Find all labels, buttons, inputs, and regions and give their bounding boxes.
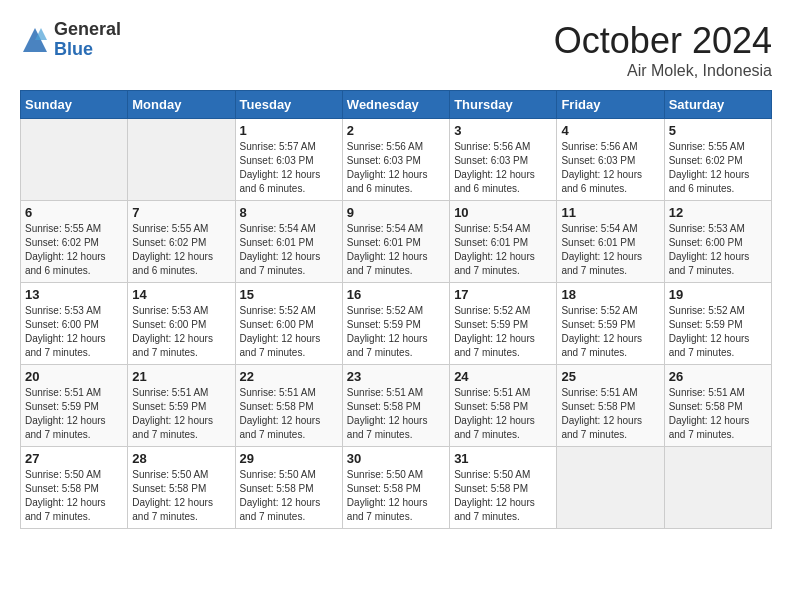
col-header-wednesday: Wednesday [342,91,449,119]
calendar-cell [557,447,664,529]
day-number: 15 [240,287,338,302]
calendar-cell [128,119,235,201]
page-header: General Blue October 2024 Air Molek, Ind… [20,20,772,80]
day-number: 29 [240,451,338,466]
calendar-cell [664,447,771,529]
day-info: Sunrise: 5:56 AM Sunset: 6:03 PM Dayligh… [347,140,445,196]
calendar-row: 13Sunrise: 5:53 AM Sunset: 6:00 PM Dayli… [21,283,772,365]
calendar-cell: 23Sunrise: 5:51 AM Sunset: 5:58 PM Dayli… [342,365,449,447]
day-number: 28 [132,451,230,466]
day-info: Sunrise: 5:50 AM Sunset: 5:58 PM Dayligh… [347,468,445,524]
logo-general: General [54,20,121,40]
logo: General Blue [20,20,121,60]
day-info: Sunrise: 5:55 AM Sunset: 6:02 PM Dayligh… [132,222,230,278]
day-number: 13 [25,287,123,302]
calendar-cell: 16Sunrise: 5:52 AM Sunset: 5:59 PM Dayli… [342,283,449,365]
calendar-cell: 20Sunrise: 5:51 AM Sunset: 5:59 PM Dayli… [21,365,128,447]
calendar-row: 20Sunrise: 5:51 AM Sunset: 5:59 PM Dayli… [21,365,772,447]
calendar-cell: 22Sunrise: 5:51 AM Sunset: 5:58 PM Dayli… [235,365,342,447]
calendar-table: SundayMondayTuesdayWednesdayThursdayFrid… [20,90,772,529]
day-info: Sunrise: 5:51 AM Sunset: 5:58 PM Dayligh… [561,386,659,442]
calendar-cell: 3Sunrise: 5:56 AM Sunset: 6:03 PM Daylig… [450,119,557,201]
title-block: October 2024 Air Molek, Indonesia [554,20,772,80]
calendar-cell: 7Sunrise: 5:55 AM Sunset: 6:02 PM Daylig… [128,201,235,283]
calendar-cell: 9Sunrise: 5:54 AM Sunset: 6:01 PM Daylig… [342,201,449,283]
day-number: 10 [454,205,552,220]
day-number: 8 [240,205,338,220]
day-number: 14 [132,287,230,302]
day-number: 16 [347,287,445,302]
calendar-cell: 25Sunrise: 5:51 AM Sunset: 5:58 PM Dayli… [557,365,664,447]
calendar-cell: 14Sunrise: 5:53 AM Sunset: 6:00 PM Dayli… [128,283,235,365]
day-number: 4 [561,123,659,138]
day-number: 9 [347,205,445,220]
day-info: Sunrise: 5:51 AM Sunset: 5:59 PM Dayligh… [25,386,123,442]
day-number: 17 [454,287,552,302]
calendar-cell: 29Sunrise: 5:50 AM Sunset: 5:58 PM Dayli… [235,447,342,529]
calendar-cell: 15Sunrise: 5:52 AM Sunset: 6:00 PM Dayli… [235,283,342,365]
calendar-cell: 6Sunrise: 5:55 AM Sunset: 6:02 PM Daylig… [21,201,128,283]
col-header-monday: Monday [128,91,235,119]
logo-icon [20,25,50,55]
day-info: Sunrise: 5:54 AM Sunset: 6:01 PM Dayligh… [347,222,445,278]
day-info: Sunrise: 5:50 AM Sunset: 5:58 PM Dayligh… [240,468,338,524]
calendar-row: 6Sunrise: 5:55 AM Sunset: 6:02 PM Daylig… [21,201,772,283]
calendar-cell: 18Sunrise: 5:52 AM Sunset: 5:59 PM Dayli… [557,283,664,365]
day-number: 1 [240,123,338,138]
day-info: Sunrise: 5:54 AM Sunset: 6:01 PM Dayligh… [561,222,659,278]
calendar-cell: 31Sunrise: 5:50 AM Sunset: 5:58 PM Dayli… [450,447,557,529]
day-info: Sunrise: 5:51 AM Sunset: 5:59 PM Dayligh… [132,386,230,442]
day-info: Sunrise: 5:54 AM Sunset: 6:01 PM Dayligh… [240,222,338,278]
day-info: Sunrise: 5:50 AM Sunset: 5:58 PM Dayligh… [454,468,552,524]
day-number: 24 [454,369,552,384]
calendar-cell: 11Sunrise: 5:54 AM Sunset: 6:01 PM Dayli… [557,201,664,283]
day-info: Sunrise: 5:55 AM Sunset: 6:02 PM Dayligh… [669,140,767,196]
day-number: 23 [347,369,445,384]
day-number: 20 [25,369,123,384]
day-number: 21 [132,369,230,384]
day-info: Sunrise: 5:51 AM Sunset: 5:58 PM Dayligh… [454,386,552,442]
day-number: 19 [669,287,767,302]
calendar-cell: 10Sunrise: 5:54 AM Sunset: 6:01 PM Dayli… [450,201,557,283]
calendar-body: 1Sunrise: 5:57 AM Sunset: 6:03 PM Daylig… [21,119,772,529]
day-info: Sunrise: 5:52 AM Sunset: 5:59 PM Dayligh… [561,304,659,360]
day-number: 27 [25,451,123,466]
day-number: 7 [132,205,230,220]
day-info: Sunrise: 5:56 AM Sunset: 6:03 PM Dayligh… [454,140,552,196]
day-info: Sunrise: 5:53 AM Sunset: 6:00 PM Dayligh… [132,304,230,360]
day-number: 6 [25,205,123,220]
day-info: Sunrise: 5:53 AM Sunset: 6:00 PM Dayligh… [669,222,767,278]
day-info: Sunrise: 5:56 AM Sunset: 6:03 PM Dayligh… [561,140,659,196]
day-info: Sunrise: 5:51 AM Sunset: 5:58 PM Dayligh… [347,386,445,442]
col-header-tuesday: Tuesday [235,91,342,119]
day-info: Sunrise: 5:54 AM Sunset: 6:01 PM Dayligh… [454,222,552,278]
logo-blue: Blue [54,40,121,60]
day-number: 5 [669,123,767,138]
day-info: Sunrise: 5:52 AM Sunset: 5:59 PM Dayligh… [669,304,767,360]
day-number: 11 [561,205,659,220]
calendar-cell [21,119,128,201]
day-number: 22 [240,369,338,384]
calendar-cell: 24Sunrise: 5:51 AM Sunset: 5:58 PM Dayli… [450,365,557,447]
calendar-cell: 2Sunrise: 5:56 AM Sunset: 6:03 PM Daylig… [342,119,449,201]
logo-text: General Blue [54,20,121,60]
day-number: 31 [454,451,552,466]
day-info: Sunrise: 5:53 AM Sunset: 6:00 PM Dayligh… [25,304,123,360]
day-number: 30 [347,451,445,466]
calendar-cell: 12Sunrise: 5:53 AM Sunset: 6:00 PM Dayli… [664,201,771,283]
calendar-header-row: SundayMondayTuesdayWednesdayThursdayFrid… [21,91,772,119]
day-info: Sunrise: 5:57 AM Sunset: 6:03 PM Dayligh… [240,140,338,196]
calendar-cell: 17Sunrise: 5:52 AM Sunset: 5:59 PM Dayli… [450,283,557,365]
calendar-cell: 19Sunrise: 5:52 AM Sunset: 5:59 PM Dayli… [664,283,771,365]
day-info: Sunrise: 5:52 AM Sunset: 6:00 PM Dayligh… [240,304,338,360]
calendar-cell: 1Sunrise: 5:57 AM Sunset: 6:03 PM Daylig… [235,119,342,201]
day-info: Sunrise: 5:55 AM Sunset: 6:02 PM Dayligh… [25,222,123,278]
day-number: 2 [347,123,445,138]
calendar-cell: 5Sunrise: 5:55 AM Sunset: 6:02 PM Daylig… [664,119,771,201]
month-title: October 2024 [554,20,772,62]
day-number: 12 [669,205,767,220]
calendar-cell: 30Sunrise: 5:50 AM Sunset: 5:58 PM Dayli… [342,447,449,529]
calendar-row: 27Sunrise: 5:50 AM Sunset: 5:58 PM Dayli… [21,447,772,529]
calendar-cell: 4Sunrise: 5:56 AM Sunset: 6:03 PM Daylig… [557,119,664,201]
col-header-thursday: Thursday [450,91,557,119]
